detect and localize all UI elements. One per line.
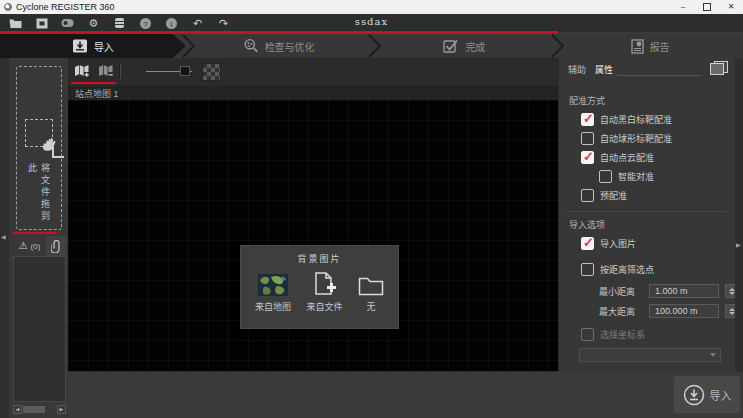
checkbox-icon[interactable]	[581, 132, 594, 145]
titlebar: Cyclone REGISTER 360 – ✕	[0, 0, 743, 14]
accent-underline	[0, 31, 558, 34]
tab-label: 完成	[465, 39, 485, 54]
window-controls: – ✕	[671, 0, 743, 14]
tabs-divider	[617, 75, 701, 76]
checkbox-import-images[interactable]: 导入图片	[581, 237, 636, 250]
scrollbar-thumb[interactable]	[23, 406, 45, 413]
checkbox-icon[interactable]	[581, 113, 594, 126]
report-tab-icon	[631, 39, 644, 54]
tab-review-optimize[interactable]: 检查与优化	[186, 34, 372, 58]
close-button[interactable]: ✕	[719, 0, 743, 14]
file-plus-icon	[314, 272, 336, 296]
file-drop-panel: 将文件拖到此 ⚠ (0) ◀ ▶	[9, 58, 68, 418]
tab-properties[interactable]: 属性	[595, 63, 613, 76]
sitemap-tab-accent	[71, 82, 116, 84]
checkbox-icon[interactable]	[599, 170, 612, 183]
checkbox-smart-align[interactable]: 智能对准	[599, 170, 654, 183]
sitemap-title: 站点地图 1	[75, 87, 119, 100]
checkbox-auto-sphere-target[interactable]: 自动球形标靶配准	[581, 132, 672, 145]
left-tabs-accent	[13, 232, 57, 234]
dialog-title: 背景图片	[241, 246, 398, 265]
import-button[interactable]: 导入	[674, 376, 740, 413]
scroll-left-icon[interactable]: ◀	[13, 405, 22, 414]
maximize-button[interactable]	[695, 0, 719, 14]
checkbox-pre-registration[interactable]: 预配准	[581, 189, 627, 202]
tab-separator-chevron	[368, 34, 382, 58]
file-list-area[interactable]	[13, 256, 66, 402]
bg-none-option[interactable]: 无	[358, 272, 384, 313]
import-circle-icon	[683, 384, 705, 406]
menubar: ⚙ ? i ↶ ↷ ssdax	[0, 14, 743, 32]
left-collapse-strip[interactable]: ◀	[0, 58, 9, 418]
min-distance-input[interactable]: 1.000 m	[649, 284, 719, 298]
tab-separator-chevron	[551, 34, 565, 58]
drop-corner-bracket	[52, 146, 64, 158]
collapse-left-icon[interactable]: ◀	[1, 234, 6, 240]
expand-right-icon[interactable]: ▶	[736, 242, 741, 248]
minimize-button[interactable]: –	[671, 0, 695, 14]
tab-assist[interactable]: 辅助	[568, 63, 586, 76]
checkbox-icon[interactable]	[581, 189, 594, 202]
checkbox-icon[interactable]	[581, 328, 594, 341]
opacity-slider-handle[interactable]	[180, 66, 190, 76]
float-panel-icon[interactable]	[710, 61, 728, 75]
tab-separator-chevron	[182, 34, 196, 58]
checkbox-icon[interactable]	[581, 263, 594, 276]
max-distance-input[interactable]: 100.000 m	[649, 304, 719, 318]
checkbox-icon[interactable]	[581, 237, 594, 250]
checkbox-label: 自动点云配准	[600, 151, 654, 164]
project-name: ssdax	[0, 16, 743, 27]
step-down-icon[interactable]	[729, 292, 735, 295]
min-distance-row: 最小距离 1.000 m	[599, 284, 738, 298]
checkbox-distance-filter[interactable]: 按距离筛选点	[581, 263, 654, 276]
registration-section-title: 配准方式	[569, 94, 605, 107]
map-viewport[interactable]: 背景图片 来自地图 来自文件	[68, 100, 558, 372]
right-expand-strip[interactable]: ▶	[735, 56, 743, 372]
option-label: 无	[366, 300, 375, 313]
drag-hand-icon	[25, 119, 53, 147]
transparency-checker-icon[interactable]	[202, 63, 221, 81]
sitemap-title-bar: 站点地图 1	[68, 86, 558, 100]
bg-from-file-option[interactable]: 来自文件	[307, 272, 343, 313]
remove-sitemap-icon	[98, 64, 114, 78]
remove-sitemap-button[interactable]	[95, 61, 117, 80]
bottom-bar: 导入	[68, 371, 743, 418]
checkbox-coordinate-system[interactable]: 选择坐标系	[581, 328, 645, 341]
scroll-right-icon[interactable]: ▶	[57, 405, 66, 414]
chevron-down-icon	[710, 353, 716, 357]
drop-hint-text: 将文件拖到此	[26, 163, 52, 229]
min-distance-label: 最小距离	[599, 285, 643, 298]
attachments-tab[interactable]	[46, 236, 66, 256]
checkbox-label: 预配准	[600, 189, 627, 202]
coordinate-system-select[interactable]	[579, 348, 721, 362]
step-up-icon[interactable]	[729, 308, 735, 311]
tab-label: 检查与优化	[265, 39, 315, 54]
tab-label: 导入	[94, 39, 114, 54]
import-options-section-title: 导入选项	[569, 218, 605, 231]
window-title: Cyclone REGISTER 360	[16, 2, 115, 12]
checkbox-icon[interactable]	[581, 151, 594, 164]
tab-label: 报告	[650, 39, 670, 54]
step-down-icon[interactable]	[729, 312, 735, 315]
checkbox-label: 按距离筛选点	[600, 263, 654, 276]
tab-report[interactable]: 报告	[557, 34, 743, 58]
horizontal-scrollbar[interactable]: ◀ ▶	[13, 405, 66, 414]
import-button-label: 导入	[710, 387, 732, 403]
checkbox-label: 导入图片	[600, 237, 636, 250]
tab-import[interactable]: 导入	[0, 34, 186, 58]
option-label: 来自地图	[255, 300, 291, 313]
checkbox-auto-bw-target[interactable]: 自动黑白标靶配准	[581, 113, 672, 126]
finalize-tab-icon	[443, 39, 459, 53]
add-sitemap-button[interactable]	[71, 61, 93, 80]
bg-from-map-option[interactable]: 来自地图	[255, 272, 291, 313]
right-panel-tabs: 辅助 属性	[568, 63, 613, 76]
review-tab-icon	[243, 38, 259, 54]
tab-finalize[interactable]: 完成	[372, 34, 558, 58]
checkbox-auto-cloud[interactable]: 自动点云配准	[581, 151, 654, 164]
file-drop-zone[interactable]: 将文件拖到此	[16, 66, 62, 230]
properties-panel: 辅助 属性 配准方式 自动黑白标靶配准 自动球形标靶配准 自动点云配准 智能对准…	[558, 56, 735, 372]
warnings-tab[interactable]: ⚠ (0)	[13, 236, 46, 256]
app-logo-icon	[4, 3, 12, 11]
checkbox-label: 选择坐标系	[600, 328, 645, 341]
step-up-icon[interactable]	[729, 288, 735, 291]
